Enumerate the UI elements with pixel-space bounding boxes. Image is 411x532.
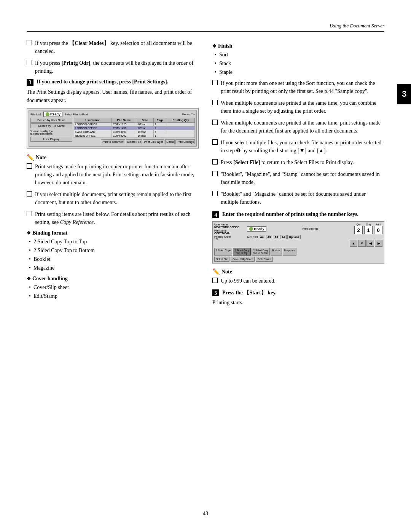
scr-col-username: User Name: [74, 118, 112, 123]
row3-file: COPY8899: [112, 130, 136, 134]
scr2-ready-row: 🟢 Ready Print Settings Qty 2 Orig 1: [247, 223, 382, 234]
scr-main-cols: Search by User Name Search by File Name …: [30, 118, 195, 144]
rcb-item-4: If you select multiple files, you can ch…: [212, 139, 384, 155]
list-item: 2 Sided Copy Top to Bottom: [27, 246, 199, 254]
table-row: BERLIN OFFICE COPY9302 1/Read 1: [74, 134, 195, 138]
note-item-3: Print setting items are listed below. Fo…: [27, 210, 199, 226]
scr2-copies-label: Qty 2: [354, 223, 363, 234]
table-row: EAST COM-ANY COPY8899 1/Read 4: [74, 130, 195, 134]
note2-text-1: Up to 999 can be entered.: [221, 277, 276, 285]
scr-right-btns: Print to document Delete File Print Bill…: [74, 139, 195, 144]
finish-label: Finish: [218, 43, 232, 49]
screenshot-print-settings: File List 🟢 Ready Select Files to Print …: [27, 108, 199, 149]
checkbox-clear-modes: [27, 40, 32, 45]
step5-heading: 5 Press the 【Start】 key.: [212, 289, 384, 296]
step4-title: Enter the required number of prints usin…: [222, 211, 358, 217]
scr2-qty-box: 2: [354, 226, 363, 234]
diamond-icon-finish: ❖: [212, 43, 217, 49]
row3-qty: [167, 130, 194, 134]
step3-description: The Print Settings display appears. User…: [27, 88, 199, 104]
bot-btn-cover[interactable]: Cover / Slip Sheet: [231, 257, 254, 262]
rcb-text-1: If you print more than one set using the…: [221, 79, 384, 95]
scr-files-table: User Name File Name Date Page Printing Q…: [74, 118, 195, 138]
scr2-binding-row: 1 Sided Copy 2 Sided CopyTop to Top 2 Si…: [214, 248, 382, 256]
note-item-2: If you select multiple documents, print …: [27, 190, 199, 206]
scr-ready-label: 🟢 Ready: [43, 112, 63, 117]
list-item: Edit/Stamp: [27, 292, 199, 300]
note-heading-left: ✏️ Note: [27, 154, 199, 161]
rcb-4: [212, 139, 218, 145]
finish-list: Sort Stack Staple: [212, 51, 384, 76]
scroll-up-btn[interactable]: ▲: [350, 240, 357, 247]
diamond-icon-binding: ❖: [27, 230, 31, 236]
scr2-user-value: NEW YORK OFFICE: [214, 226, 239, 228]
row2-qty: [167, 126, 194, 130]
row4-page: 1: [153, 134, 167, 138]
screenshot-inner: File List 🟢 Ready Select Files to Print …: [29, 110, 197, 147]
paper-a4-1[interactable]: A4: [259, 235, 265, 239]
rcb-text-5: Press [Select File] to return to the Sel…: [221, 158, 354, 166]
note-cb-1: [27, 163, 32, 169]
note-text-1: Print settings made for printing in copi…: [35, 163, 199, 187]
scr2-labels: User NameNEW YORK OFFICE File NameCOPY10…: [214, 223, 245, 241]
note-text-3: Print setting items are listed below. Fo…: [35, 210, 199, 226]
scr-btn-print-doc[interactable]: Print to document: [101, 139, 126, 144]
bind-btn-2sided-top[interactable]: 2 Sided CopyTop to Top: [233, 248, 251, 256]
scr2-print-settings-title: Print Settings: [302, 227, 318, 230]
bot-btn-edit[interactable]: Edit / Stamp: [256, 257, 273, 262]
scr-btn-detail[interactable]: Detail: [165, 139, 175, 144]
rcb-item-1: If you print more than one set using the…: [212, 79, 384, 95]
paper-a4-2[interactable]: A4: [280, 235, 287, 239]
cover-handling-heading: ❖ Cover handling: [27, 276, 199, 282]
scr-memory: Memory 55p: [182, 113, 195, 115]
rcb-text-6: "Booklet", "Magazine", and "Stamp" canno…: [221, 170, 384, 186]
bind-btn-magazine[interactable]: Magazine: [283, 248, 296, 256]
step3-heading: 3 If you need to change print settings, …: [27, 79, 199, 86]
scr2-arrow-btns: ▲ ▼ ◀ ▶: [247, 240, 382, 247]
rcb-2: [212, 100, 218, 105]
scr-btn-delete[interactable]: Delete File: [126, 139, 142, 144]
scr-col-date: Date: [136, 118, 153, 123]
scr-btn-search-file[interactable]: Search by File Name: [30, 123, 72, 128]
page-footer: 43: [0, 511, 411, 517]
screenshot-number-entry: User NameNEW YORK OFFICE File NameCOPY10…: [212, 221, 384, 264]
rcb-1: [212, 80, 218, 85]
bot-btn-select-file[interactable]: Select File: [214, 257, 229, 262]
note-section-right: ✏️ Note Up to 999 can be entered.: [212, 268, 384, 285]
rcb-7: [212, 191, 218, 196]
scr-btn-user-display[interactable]: User Display: [30, 137, 72, 142]
step4-heading: 4 Enter the required number of prints us…: [212, 211, 384, 218]
bind-btn-2sided-bot[interactable]: 2 Sided CopyTop to Bottom: [252, 248, 270, 256]
scr-btn-print-settings[interactable]: Print Settings: [175, 139, 195, 144]
scr-btn-search-user[interactable]: Search by User Name: [30, 118, 72, 123]
scroll-left-btn[interactable]: ◀: [366, 240, 374, 247]
paper-options[interactable]: Options: [287, 235, 300, 239]
note-cb-2: [27, 191, 32, 197]
note-heading-right: ✏️ Note: [212, 268, 384, 275]
row1-qty: [167, 123, 194, 126]
scr2-bottom-btns: Select File Cover / Slip Sheet Edit / St…: [214, 257, 382, 262]
scr-col-qty: Printing Qty: [167, 118, 194, 123]
bind-btn-booklet[interactable]: Booklet: [271, 248, 282, 256]
rcb-text-4: If you select multiple files, you can ch…: [221, 139, 384, 155]
paper-a3-1[interactable]: A3: [266, 235, 272, 239]
row4-qty: [167, 134, 194, 138]
scroll-down-btn[interactable]: ▼: [358, 240, 366, 247]
bind-btn-1sided[interactable]: 1 Sided Copy: [214, 248, 232, 256]
scr2-num-display: Qty 2 Orig 1 Print 0: [354, 223, 382, 234]
scr-btn-print-bill[interactable]: Print Bill Pages: [143, 139, 164, 144]
row2-user: LONDON OFFICE: [74, 126, 112, 130]
paper-a3-2[interactable]: A3: [273, 235, 279, 239]
rcb-5: [212, 159, 218, 165]
step5-title: Press the 【Start】 key.: [222, 289, 277, 296]
row2-date: 1/Read: [136, 126, 153, 130]
scr-left-panel: Search by User Name Search by File Name …: [30, 118, 72, 144]
scroll-right-btn[interactable]: ▶: [375, 240, 382, 247]
cover-handling-list: Cover/Slip sheet Edit/Stamp: [27, 283, 199, 300]
row1-file: COPY1025: [112, 123, 136, 126]
scr2-order-value: 1/5: [214, 238, 218, 241]
step4-number: 4: [212, 211, 219, 218]
scr-right-panel: User Name File Name Date Page Printing Q…: [74, 118, 195, 144]
note-icon-right: ✏️: [212, 268, 220, 275]
row4-date: 1/Read: [136, 134, 153, 138]
